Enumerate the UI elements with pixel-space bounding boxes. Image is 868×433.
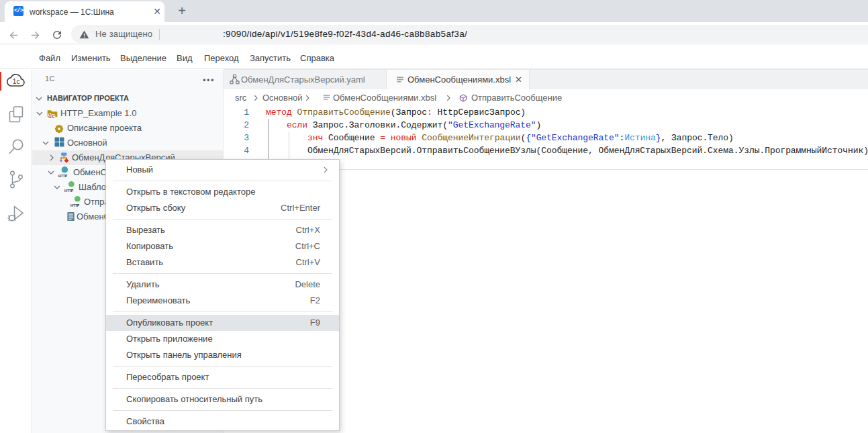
- svg-text:1c: 1c: [48, 113, 55, 119]
- svg-text:HTTP: HTTP: [58, 174, 68, 178]
- svg-text:1c: 1c: [13, 78, 20, 85]
- svg-text:HTTP: HTTP: [70, 203, 80, 207]
- svg-text:HTTP: HTTP: [64, 189, 74, 193]
